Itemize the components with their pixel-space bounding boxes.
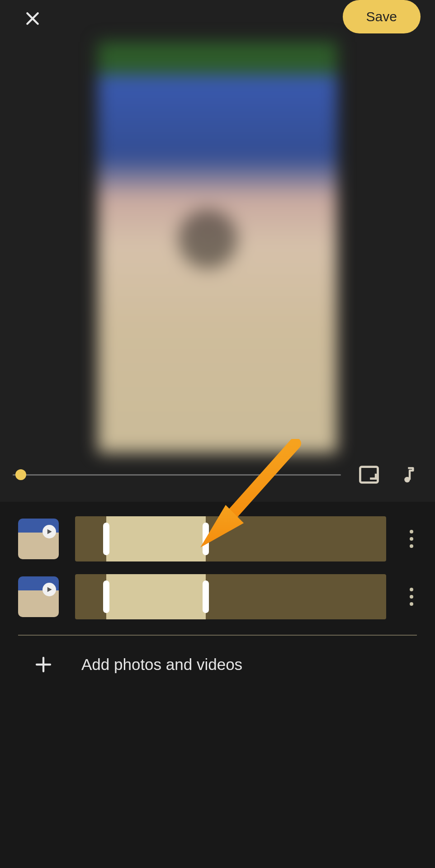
video-preview-area: [0, 42, 435, 453]
header: Save: [0, 0, 435, 33]
aspect-ratio-icon: [357, 463, 381, 486]
save-button[interactable]: Save: [343, 0, 421, 33]
clip-handle-start[interactable]: [103, 523, 109, 555]
clip-row: [0, 568, 435, 626]
more-vertical-icon: [410, 530, 413, 533]
clip-more-button[interactable]: [402, 523, 421, 555]
clip-panel: Add photos and videos: [0, 502, 435, 693]
empty-area: [0, 693, 435, 868]
clip-selection: [106, 516, 206, 561]
save-button-label: Save: [366, 9, 397, 24]
add-media-row[interactable]: Add photos and videos: [0, 636, 435, 693]
clip-thumbnail[interactable]: [18, 576, 59, 617]
scrubber-track: [13, 474, 341, 476]
playback-scrubber[interactable]: [13, 469, 341, 480]
music-note-icon: [400, 464, 420, 486]
clip-thumbnail[interactable]: [18, 519, 59, 559]
clip-handle-start[interactable]: [103, 580, 109, 613]
add-media-label: Add photos and videos: [81, 656, 242, 674]
svg-point-1: [404, 477, 410, 482]
close-icon: [24, 9, 42, 28]
plus-icon: [34, 656, 52, 674]
play-badge-icon: [43, 525, 56, 538]
music-button[interactable]: [397, 462, 422, 487]
clip-trim-track[interactable]: [75, 516, 386, 561]
clip-more-button[interactable]: [402, 581, 421, 613]
clip-handle-end[interactable]: [203, 523, 209, 555]
clip-selection: [106, 574, 206, 619]
clip-handle-end[interactable]: [203, 580, 209, 613]
add-button[interactable]: [33, 654, 54, 675]
controls-row: [0, 453, 435, 502]
play-badge-icon: [43, 583, 56, 596]
video-preview[interactable]: [98, 42, 337, 453]
close-button[interactable]: [22, 8, 43, 29]
clip-trim-track[interactable]: [75, 574, 386, 619]
scrubber-thumb[interactable]: [15, 469, 26, 480]
more-vertical-icon: [410, 588, 413, 591]
clip-row: [0, 510, 435, 568]
aspect-ratio-button[interactable]: [356, 462, 382, 487]
